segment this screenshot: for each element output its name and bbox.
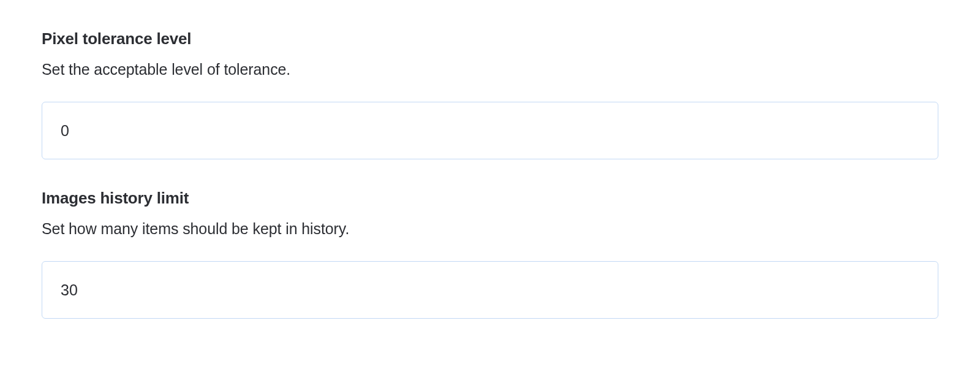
pixel-tolerance-description: Set the acceptable level of tolerance. xyxy=(42,61,938,78)
pixel-tolerance-title: Pixel tolerance level xyxy=(42,29,938,48)
pixel-tolerance-input[interactable] xyxy=(42,102,938,159)
history-limit-input[interactable] xyxy=(42,261,938,319)
history-limit-description: Set how many items should be kept in his… xyxy=(42,220,938,238)
pixel-tolerance-setting: Pixel tolerance level Set the acceptable… xyxy=(42,29,938,159)
history-limit-setting: Images history limit Set how many items … xyxy=(42,189,938,319)
history-limit-title: Images history limit xyxy=(42,189,938,208)
